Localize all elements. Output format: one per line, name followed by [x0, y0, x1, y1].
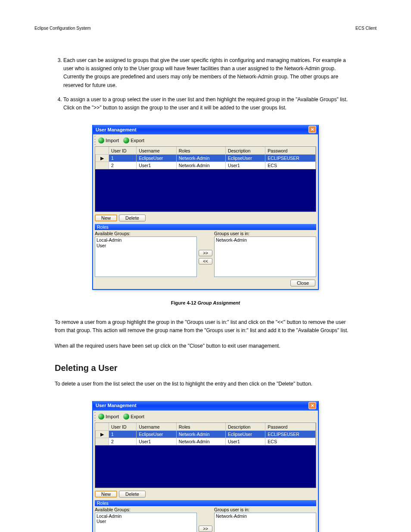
- table-cell[interactable]: ECS: [265, 162, 316, 169]
- roles-header: Roles: [95, 224, 316, 230]
- table-row[interactable]: ▶1EclipseUserNetwork-AdminEclipseUserECL…: [96, 430, 316, 438]
- table-cell[interactable]: Network-Admin: [176, 438, 225, 445]
- export-button[interactable]: Export: [123, 414, 144, 420]
- col-username[interactable]: Username: [137, 147, 176, 155]
- header-left: Eclipse Configuration System: [34, 26, 91, 31]
- import-button[interactable]: Import: [98, 137, 119, 143]
- table-cell[interactable]: Network-Admin: [176, 162, 225, 169]
- col-description[interactable]: Description: [225, 423, 265, 430]
- globe-icon: [98, 414, 104, 420]
- col-roles[interactable]: Roles: [176, 147, 225, 155]
- table-cell[interactable]: Network-Admin: [176, 155, 225, 162]
- after-p2: When all the required users have been se…: [55, 342, 356, 350]
- header-right: ECS Client: [355, 26, 377, 31]
- close-button[interactable]: Close: [290, 280, 315, 286]
- row-indicator: ▶: [96, 155, 109, 162]
- table-row[interactable]: ▶1EclipseUserNetwork-AdminEclipseUserECL…: [96, 155, 316, 162]
- figure-caption-1: Figure 4-12 Group Assignment: [34, 300, 377, 305]
- table-cell[interactable]: 2: [109, 438, 137, 445]
- user-grid[interactable]: User ID Username Roles Description Passw…: [95, 423, 316, 488]
- dialog-title: User Management: [96, 403, 137, 408]
- assigned-groups-list[interactable]: Network-Admin: [214, 513, 316, 532]
- globe-icon: [123, 414, 129, 420]
- list-item[interactable]: Local-Admin: [97, 237, 195, 243]
- table-cell[interactable]: ECLIPSEUSER: [265, 155, 316, 162]
- table-cell[interactable]: EclipseUser: [225, 430, 265, 438]
- section-title: Deleting a User: [55, 363, 356, 373]
- grid-header-row: User ID Username Roles Description Passw…: [96, 147, 316, 155]
- table-cell[interactable]: User1: [137, 162, 176, 169]
- titlebar: User Management ✕: [93, 401, 318, 411]
- col-userid[interactable]: User ID: [109, 147, 137, 155]
- export-label: Export: [131, 414, 144, 419]
- close-icon[interactable]: ✕: [308, 126, 316, 133]
- table-cell[interactable]: EclipseUser: [225, 155, 265, 162]
- delete-button[interactable]: Delete: [119, 215, 146, 221]
- list-item[interactable]: Local-Admin: [97, 513, 195, 519]
- step-3: Each user can be assigned to groups that…: [63, 56, 356, 90]
- after-p1: To remove a user from a group highlight …: [55, 318, 356, 335]
- table-cell[interactable]: EclipseUser: [137, 155, 176, 162]
- grid-empty-area: [95, 169, 316, 212]
- close-icon[interactable]: ✕: [308, 402, 316, 409]
- user-management-dialog: User Management ✕ Import Export User ID …: [92, 125, 319, 290]
- available-groups-list[interactable]: Local-AdminUser: [95, 513, 197, 532]
- user-grid[interactable]: User ID Username Roles Description Passw…: [95, 146, 316, 212]
- table-cell[interactable]: 1: [109, 430, 137, 438]
- export-label: Export: [131, 138, 144, 143]
- new-button[interactable]: New: [95, 215, 117, 221]
- step-4: To assign a user to a group select the u…: [63, 96, 356, 112]
- available-label: Available Groups:: [95, 507, 197, 512]
- table-cell[interactable]: 1: [109, 155, 137, 162]
- col-userid[interactable]: User ID: [109, 423, 137, 430]
- list-item[interactable]: Network-Admin: [216, 237, 314, 243]
- toolbar: Import Export: [94, 412, 317, 421]
- table-cell[interactable]: 2: [109, 162, 137, 169]
- dialog-title: User Management: [96, 127, 137, 132]
- page-header: Eclipse Configuration System ECS Client: [34, 26, 377, 31]
- export-button[interactable]: Export: [123, 137, 144, 143]
- new-button[interactable]: New: [95, 491, 117, 498]
- import-label: Import: [106, 138, 119, 143]
- table-cell[interactable]: User1: [137, 438, 176, 445]
- col-description[interactable]: Description: [225, 147, 265, 155]
- import-button[interactable]: Import: [98, 414, 119, 420]
- table-cell[interactable]: ECS: [265, 438, 316, 445]
- col-username[interactable]: Username: [137, 423, 176, 430]
- assigned-label: Groups user is in:: [214, 231, 316, 236]
- assigned-label: Groups user is in:: [214, 507, 316, 512]
- row-indicator: [96, 162, 109, 169]
- row-indicator: ▶: [96, 430, 109, 438]
- list-item[interactable]: Network-Admin: [216, 513, 314, 519]
- roles-header: Roles: [95, 500, 316, 506]
- user-management-dialog-2: User Management ✕ Import Export User ID …: [92, 401, 319, 532]
- remove-group-button[interactable]: <<: [199, 258, 212, 264]
- import-label: Import: [106, 414, 119, 419]
- figure-num: Figure 4-12: [171, 300, 196, 305]
- col-password[interactable]: Password: [265, 423, 316, 430]
- table-cell[interactable]: EclipseUser: [137, 430, 176, 438]
- table-row[interactable]: 2User1Network-AdminUser1ECS: [96, 438, 316, 445]
- globe-icon: [123, 137, 129, 143]
- assigned-groups-list[interactable]: Network-Admin: [214, 236, 316, 277]
- grid-header-row: User ID Username Roles Description Passw…: [96, 423, 316, 430]
- delete-button[interactable]: Delete: [119, 491, 146, 498]
- table-cell[interactable]: ECLIPSEUSER: [265, 430, 316, 438]
- list-item[interactable]: User: [97, 519, 195, 524]
- col-password[interactable]: Password: [265, 147, 316, 155]
- list-item[interactable]: User: [97, 243, 195, 249]
- col-roles[interactable]: Roles: [176, 423, 225, 430]
- add-group-button[interactable]: >>: [199, 250, 212, 256]
- table-cell[interactable]: Network-Admin: [176, 430, 225, 438]
- table-cell[interactable]: User1: [225, 438, 265, 445]
- grid-empty-area: [95, 445, 316, 488]
- row-indicator: [96, 438, 109, 445]
- section-text: To delete a user from the list select th…: [55, 380, 356, 388]
- add-group-button[interactable]: >>: [199, 526, 212, 532]
- table-row[interactable]: 2User1Network-AdminUser1ECS: [96, 162, 316, 169]
- toolbar: Import Export: [94, 136, 317, 145]
- corner-cell: [96, 147, 109, 155]
- titlebar: User Management ✕: [93, 125, 318, 134]
- table-cell[interactable]: User1: [225, 162, 265, 169]
- available-groups-list[interactable]: Local-AdminUser: [95, 236, 197, 277]
